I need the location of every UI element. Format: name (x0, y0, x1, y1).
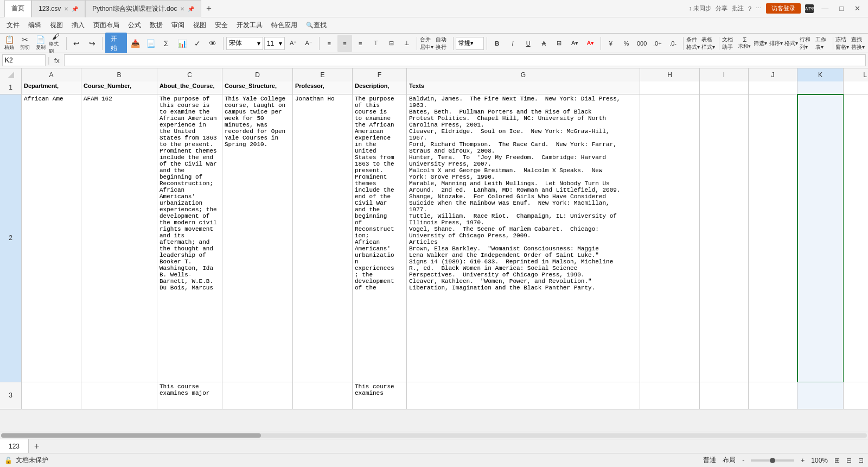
menu-data[interactable]: 数据 (145, 17, 167, 34)
more-button[interactable]: ⋯ (756, 5, 762, 12)
cell-I1[interactable] (700, 81, 749, 94)
cell-C2[interactable]: The purpose of this course is to examine… (157, 94, 222, 382)
cell-E1[interactable]: Professor, (293, 81, 353, 94)
cell-L3[interactable] (844, 382, 868, 409)
view-layout-button[interactable]: 布局 (723, 456, 736, 465)
menu-review[interactable]: 审阅 (167, 17, 189, 34)
col-header-K[interactable]: K (797, 68, 844, 81)
cell-G3[interactable] (407, 382, 640, 409)
font-size-up-button[interactable]: A⁺ (286, 35, 301, 52)
col-header-D[interactable]: D (222, 68, 293, 81)
toolbar-page-btn[interactable]: 📃 (143, 35, 158, 52)
merge-center-button[interactable]: 合并居中▾ (420, 35, 435, 52)
freeze-button[interactable]: 冻结窗格▾ (835, 35, 850, 52)
menu-security[interactable]: 安全 (210, 17, 232, 34)
col-header-F[interactable]: F (353, 68, 407, 81)
zoom-slider[interactable] (751, 459, 794, 462)
tab-csv[interactable]: 123.csv ✕ 📌 (31, 0, 85, 17)
col-header-B[interactable]: B (81, 68, 157, 81)
paste-button[interactable]: 📋粘贴 (2, 35, 17, 52)
row-header-1[interactable]: 1 (0, 81, 22, 94)
maximize-button[interactable]: □ (836, 4, 847, 12)
close-button[interactable]: ✕ (851, 4, 864, 12)
col-header-L[interactable]: L (844, 68, 868, 81)
cell-G1[interactable]: Texts (407, 81, 640, 94)
menu-view2[interactable]: 视图 (189, 17, 210, 34)
scroll-thumb[interactable] (1, 433, 261, 438)
cell-D2[interactable]: This Yale College course, taught on camp… (222, 94, 293, 382)
toolbar-view-btn[interactable]: 👁 (206, 35, 220, 52)
sync-status[interactable]: ↕ 未同步 (688, 4, 711, 12)
cell-H2[interactable] (640, 94, 700, 382)
col-header-C[interactable]: C (157, 68, 222, 81)
new-tab-button[interactable]: ＋ (201, 1, 216, 16)
menu-file[interactable]: 文件 (2, 17, 24, 34)
find-replace-button[interactable]: 查找替换▾ (851, 35, 866, 52)
cell-F1[interactable]: Description, (353, 81, 407, 94)
user-login-button[interactable]: 访客登录 (766, 3, 801, 14)
toolbar-data-btn[interactable]: 📊 (175, 35, 189, 52)
col-header-G[interactable]: G (407, 68, 640, 81)
cell-I3[interactable] (700, 382, 749, 409)
toolbar-insert-btn[interactable]: 📥 (128, 35, 143, 52)
row-col-button[interactable]: 行和列▾ (800, 35, 814, 52)
col-header-J[interactable]: J (749, 68, 797, 81)
toolbar-review-btn[interactable]: ✓ (190, 35, 205, 52)
cell-A1[interactable]: Department, (22, 81, 81, 94)
bold-button[interactable]: B (490, 35, 505, 52)
wrap-text-button[interactable]: 自动换行 (436, 35, 450, 52)
filter-button[interactable]: 筛选▾ (753, 35, 768, 52)
thousands-button[interactable]: 000 (635, 35, 649, 52)
cell-L1[interactable] (844, 81, 868, 94)
row-header-2[interactable]: 2 (0, 94, 22, 382)
increase-decimal-button[interactable]: .0+ (650, 35, 665, 52)
row-header-3[interactable]: 3 (0, 382, 22, 409)
page-view-icon[interactable]: ⊟ (846, 457, 852, 464)
col-header-E[interactable]: E (293, 68, 353, 81)
undo-button[interactable]: ↩ (69, 35, 84, 52)
format-selector[interactable]: 常规▾ (456, 37, 484, 50)
normal-view-icon[interactable]: ⊞ (834, 457, 840, 464)
copy-button[interactable]: 📄复制 (33, 35, 48, 52)
zoom-in-button[interactable]: + (801, 457, 805, 464)
align-left-button[interactable]: ≡ (322, 35, 336, 52)
cell-K3[interactable] (797, 382, 844, 409)
tab-doc[interactable]: Python综合实训课程设计.doc ✕ 📌 (85, 0, 201, 17)
cell-E2[interactable]: Jonathan Ho (293, 94, 353, 382)
font-color-button[interactable]: A▾ (583, 35, 598, 52)
cell-E3[interactable] (293, 382, 353, 409)
font-size-selector[interactable]: 11 ▾ (264, 37, 285, 50)
strikethrough-button[interactable]: A (537, 35, 551, 52)
cell-J2[interactable] (749, 94, 797, 382)
horizontal-scrollbar[interactable] (0, 432, 868, 439)
cell-I2[interactable] (700, 94, 749, 382)
align-right-button[interactable]: ≡ (353, 35, 368, 52)
reading-view-icon[interactable]: ⊡ (858, 457, 864, 464)
currency-button[interactable]: ¥ (604, 35, 618, 52)
menu-view[interactable]: 视图 (46, 17, 67, 34)
menu-find[interactable]: 🔍 查找 (302, 17, 331, 34)
cell-C3[interactable]: This course examines major (157, 382, 222, 409)
cell-L2[interactable] (844, 94, 868, 382)
workbook-button[interactable]: 工作表▾ (815, 35, 830, 52)
share-button[interactable]: 分享 (716, 4, 727, 12)
cell-H3[interactable] (640, 382, 700, 409)
view-normal-button[interactable]: 普通 (703, 456, 716, 465)
menu-developer[interactable]: 开发工具 (232, 17, 267, 34)
cell-K2[interactable] (797, 94, 844, 382)
table-style-button[interactable]: 表格样式▾ (701, 35, 716, 52)
cell-F3[interactable]: This course examines (353, 382, 407, 409)
cell-A2[interactable]: African Ame (22, 94, 81, 382)
conditional-format-button[interactable]: 条件格式▾ (686, 35, 701, 52)
tab-home[interactable]: 首页 (4, 0, 31, 17)
col-header-A[interactable]: A (22, 68, 81, 81)
format-button[interactable]: 格式▾ (784, 35, 799, 52)
cell-B2[interactable]: AFAM 162 (81, 94, 157, 382)
cell-assist-button[interactable]: 文档助手 (722, 35, 737, 52)
align-top-button[interactable]: ⊤ (368, 35, 383, 52)
menu-insert[interactable]: 插入 (67, 17, 89, 34)
sort-button[interactable]: 排序▾ (769, 35, 783, 52)
tab-csv-close-icon[interactable]: ✕ (64, 6, 68, 12)
zoom-out-button[interactable]: - (742, 457, 744, 464)
cut-button[interactable]: ✂剪切 (18, 35, 33, 52)
